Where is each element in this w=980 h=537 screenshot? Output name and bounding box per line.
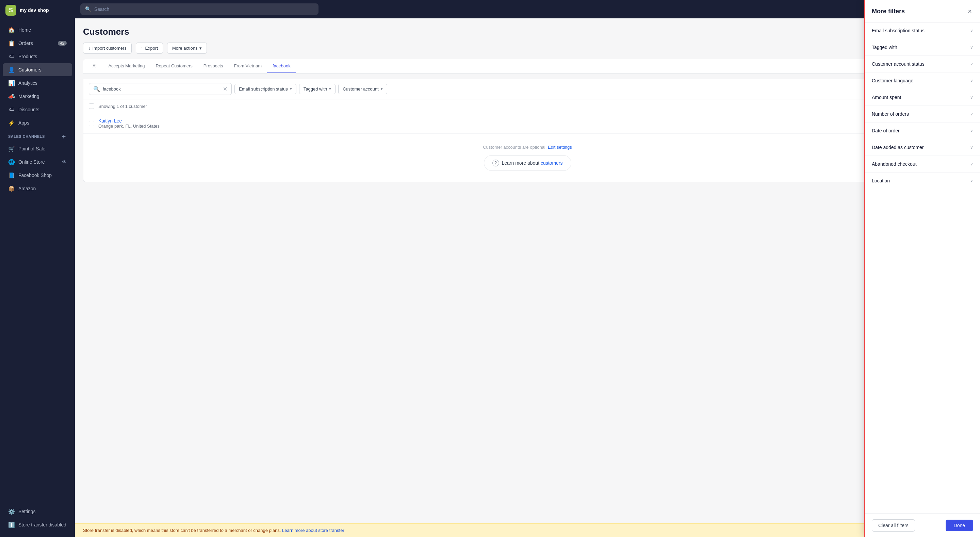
facebook-shop-icon: 📘 — [8, 172, 15, 178]
topbar: 🔍 ❓ 🔔 — [75, 0, 980, 18]
action-bar: ↓ Import customers ↑ Export More actions… — [83, 43, 972, 54]
customer-info: Kaitlyn Lee Orange park, FL, United Stat… — [98, 118, 159, 129]
info-section: Customer accounts are optional. Edit set… — [83, 134, 972, 182]
filter-option-tagged-with[interactable]: Tagged with ∨ — [865, 39, 980, 56]
filter-option-label: Tagged with — [872, 45, 897, 50]
sidebar-item-home[interactable]: 🏠 Home — [3, 24, 72, 37]
row-checkbox[interactable] — [89, 121, 94, 126]
filter-option-label: Abandoned checkout — [872, 161, 917, 167]
edit-settings-link[interactable]: Edit settings — [548, 145, 572, 150]
point-of-sale-icon: 🛒 — [8, 145, 15, 152]
filter-row: 🔍 ✕ Email subscription status ▾ Tagged w… — [83, 79, 972, 99]
sidebar-item-products[interactable]: 🏷 Products — [3, 50, 72, 63]
sidebar-item-customers[interactable]: 👤 Customers — [3, 63, 72, 76]
store-transfer-link[interactable]: Learn more about store transfer — [282, 528, 344, 533]
table-row[interactable]: Kaitlyn Lee Orange park, FL, United Stat… — [83, 113, 972, 134]
sidebar-item-label: Discounts — [18, 107, 39, 112]
tab-repeat-customers[interactable]: Repeat Customers — [150, 59, 198, 73]
sales-channels-header: SALES CHANNELS ＋ — [3, 130, 72, 142]
sidebar-item-label: Home — [18, 27, 31, 33]
customer-search[interactable]: 🔍 ✕ — [89, 83, 232, 95]
clear-search-icon[interactable]: ✕ — [223, 86, 227, 92]
clear-all-filters-button[interactable]: Clear all filters — [872, 519, 915, 532]
filter-option-number-of-orders[interactable]: Number of orders ∨ — [865, 106, 980, 123]
sidebar-item-online-store[interactable]: 🌐 Online Store 👁 — [3, 156, 72, 169]
customers-link[interactable]: customers — [541, 160, 563, 166]
filter-option-customer-language[interactable]: Customer language ∨ — [865, 72, 980, 89]
sidebar-item-point-of-sale[interactable]: 🛒 Point of Sale — [3, 142, 72, 155]
filter-option-customer-account-status[interactable]: Customer account status ∨ — [865, 56, 980, 72]
done-button[interactable]: Done — [946, 519, 973, 531]
filter-option-amount-spent[interactable]: Amount spent ∨ — [865, 89, 980, 106]
close-filter-panel-button[interactable]: × — [966, 6, 973, 17]
sidebar-nav: 🏠 Home 📋 Orders 42 🏷 Products 👤 Customer… — [0, 21, 75, 502]
chevron-down-icon: ▾ — [290, 87, 292, 91]
filter-option-location[interactable]: Location ∨ — [865, 172, 980, 189]
apps-icon: ⚡ — [8, 120, 15, 126]
sidebar-item-amazon[interactable]: 📦 Amazon — [3, 182, 72, 195]
more-actions-button[interactable]: More actions ▾ — [167, 43, 207, 54]
sidebar-header: S my dev shop — [0, 0, 75, 21]
tagged-with-filter[interactable]: Tagged with ▾ — [299, 84, 336, 94]
sidebar-item-apps[interactable]: ⚡ Apps — [3, 116, 72, 129]
tabs: All Accepts Marketing Repeat Customers P… — [83, 59, 972, 73]
sidebar-item-label: Analytics — [18, 80, 37, 86]
marketing-icon: 📣 — [8, 93, 15, 100]
filter-option-label: Date of order — [872, 128, 900, 134]
tab-prospects[interactable]: Prospects — [198, 59, 229, 73]
sidebar-item-label: Store transfer disabled — [18, 522, 66, 527]
filter-option-email-subscription[interactable]: Email subscription status ∨ — [865, 22, 980, 39]
export-icon: ↑ — [141, 46, 143, 51]
select-all-checkbox[interactable] — [89, 104, 94, 109]
customer-account-filter[interactable]: Customer account ▾ — [338, 84, 387, 94]
sidebar-item-discounts[interactable]: 🏷 Discounts — [3, 103, 72, 116]
filter-option-label: Amount spent — [872, 95, 901, 100]
sidebar-item-analytics[interactable]: 📊 Analytics — [3, 76, 72, 89]
search-input[interactable] — [94, 6, 314, 12]
shop-name: my dev shop — [20, 8, 49, 13]
tab-all[interactable]: All — [87, 59, 103, 73]
export-button[interactable]: ↑ Export — [136, 43, 163, 54]
chevron-down-icon: ∨ — [970, 62, 973, 66]
info-icon: ℹ️ — [8, 521, 15, 528]
sidebar-item-label: Products — [18, 54, 37, 59]
sidebar-item-marketing[interactable]: 📣 Marketing — [3, 90, 72, 103]
sidebar-item-facebook-shop[interactable]: 📘 Facebook Shop — [3, 169, 72, 182]
sidebar-item-label: Apps — [18, 120, 29, 126]
chevron-down-icon: ∨ — [970, 178, 973, 183]
filter-option-date-of-order[interactable]: Date of order ∨ — [865, 123, 980, 139]
amazon-icon: 📦 — [8, 185, 15, 192]
tab-facebook[interactable]: facebook — [267, 59, 296, 73]
sidebar-item-label: Amazon — [18, 186, 36, 191]
filter-option-label: Number of orders — [872, 111, 909, 117]
main-area: 🔍 ❓ 🔔 Customers ↓ Import customers ↑ Exp… — [75, 0, 980, 537]
filter-option-abandoned-checkout[interactable]: Abandoned checkout ∨ — [865, 156, 980, 172]
add-sales-channel-icon[interactable]: ＋ — [60, 132, 67, 140]
tab-accepts-marketing[interactable]: Accepts Marketing — [103, 59, 150, 73]
customers-icon: 👤 — [8, 66, 15, 73]
chevron-down-icon: ∨ — [970, 145, 973, 150]
sidebar-item-settings[interactable]: ⚙️ Settings — [3, 505, 72, 518]
chevron-down-icon: ∨ — [970, 45, 973, 50]
question-icon: ? — [492, 159, 499, 166]
email-subscription-filter[interactable]: Email subscription status ▾ — [234, 84, 296, 94]
filter-panel-title: More filters — [872, 8, 905, 15]
sidebar-item-store-transfer[interactable]: ℹ️ Store transfer disabled — [3, 518, 72, 531]
search-bar[interactable]: 🔍 — [80, 3, 318, 15]
filter-option-label: Customer language — [872, 78, 913, 83]
sidebar-item-label: Facebook Shop — [18, 172, 52, 178]
filter-option-date-added[interactable]: Date added as customer ∨ — [865, 139, 980, 156]
sidebar-item-label: Orders — [18, 40, 33, 46]
online-store-icon: 🌐 — [8, 159, 15, 166]
sidebar-footer: ⚙️ Settings ℹ️ Store transfer disabled — [0, 502, 75, 537]
filter-option-label: Customer account status — [872, 61, 924, 67]
table-header: Showing 1 of 1 customer — [83, 99, 972, 113]
sidebar-item-orders[interactable]: 📋 Orders 42 — [3, 37, 72, 50]
chevron-down-icon: ∨ — [970, 28, 973, 33]
learn-more-button[interactable]: ? Learn more about customers — [484, 155, 571, 171]
chevron-down-icon: ∨ — [970, 128, 973, 133]
tab-from-vietnam[interactable]: From Vietnam — [229, 59, 267, 73]
customer-location: Orange park, FL, United States — [98, 124, 159, 129]
customer-search-input[interactable] — [103, 86, 220, 92]
import-customers-button[interactable]: ↓ Import customers — [83, 43, 132, 54]
